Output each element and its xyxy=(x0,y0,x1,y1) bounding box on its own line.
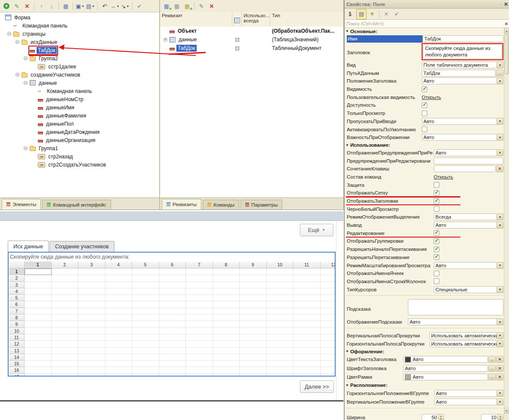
property-dropdown[interactable]: Авто xyxy=(434,222,497,229)
use-always-checkbox[interactable] xyxy=(235,38,239,42)
grid-cell[interactable] xyxy=(321,374,335,376)
grid-cell[interactable] xyxy=(159,282,186,288)
form-page-tab[interactable]: Создание участников xyxy=(49,241,114,252)
grid-cell[interactable] xyxy=(105,367,133,374)
grid-cell[interactable] xyxy=(293,354,321,361)
grid-cell[interactable] xyxy=(25,328,52,334)
grid-cell[interactable] xyxy=(240,321,267,327)
grid-corner-cell[interactable] xyxy=(9,262,25,269)
clear-value-icon[interactable]: ✕ xyxy=(496,365,503,372)
spinner-arrows-icon[interactable]: ▲ ▼ xyxy=(497,414,503,420)
grid-cell[interactable] xyxy=(159,269,186,275)
property-dropdown[interactable]: Использовать автоматически xyxy=(429,332,497,339)
grid-cell[interactable] xyxy=(132,341,159,347)
grid-cell[interactable] xyxy=(293,367,321,374)
grid-cell[interactable] xyxy=(25,374,52,376)
tree-expander-icon[interactable]: – xyxy=(24,56,28,60)
elements-tab[interactable]: Командный интерфейс xyxy=(42,200,111,210)
scrollbar-up-icon[interactable]: ▲ xyxy=(504,28,509,34)
grid-cell[interactable] xyxy=(159,308,186,315)
move-down-button[interactable]: ↓ xyxy=(47,1,56,11)
copy-attribute-button[interactable]: ▦ xyxy=(172,1,182,11)
grid-cell[interactable] xyxy=(213,354,240,361)
grid-column-header[interactable]: 5 xyxy=(132,262,159,269)
property-checkbox[interactable] xyxy=(434,271,439,276)
grid-cell[interactable] xyxy=(186,288,213,295)
grid-cell[interactable] xyxy=(105,361,133,367)
grid-cell[interactable] xyxy=(78,374,105,376)
grid-cell[interactable] xyxy=(267,295,294,301)
grid-cell[interactable] xyxy=(105,341,133,347)
grid-row-header[interactable]: 16 xyxy=(9,367,25,374)
grid-cell[interactable] xyxy=(78,328,105,334)
grid-cell[interactable] xyxy=(186,374,213,376)
grid-cell[interactable] xyxy=(52,308,79,315)
next-button[interactable]: Далее >> xyxy=(300,380,334,393)
property-checkbox[interactable] xyxy=(434,254,439,260)
section-header[interactable]: ▼Расположение: xyxy=(346,382,503,389)
property-dropdown[interactable]: Поле табличного документа xyxy=(422,62,497,68)
grid-cell[interactable] xyxy=(78,269,105,275)
grid-row-header[interactable]: 3 xyxy=(9,282,25,288)
grid-cell[interactable] xyxy=(267,348,294,354)
property-checkbox[interactable] xyxy=(434,230,439,236)
grid-cell[interactable] xyxy=(240,308,267,315)
grid-cell[interactable] xyxy=(159,321,186,327)
property-dropdown[interactable]: Авто xyxy=(434,262,497,269)
property-dropdown[interactable]: Авто xyxy=(422,77,497,84)
grid-cell[interactable] xyxy=(25,361,52,367)
grid-row-header[interactable]: 15 xyxy=(9,361,25,367)
grid-cell[interactable] xyxy=(186,308,213,315)
column-header-use-always[interactable]: Использо... всегда xyxy=(242,12,270,27)
grid-cell[interactable] xyxy=(159,275,186,281)
grid-cell[interactable] xyxy=(132,361,159,367)
grid-cell[interactable] xyxy=(132,288,159,295)
grid-cell[interactable] xyxy=(293,288,321,295)
property-multiline-input[interactable] xyxy=(408,299,503,315)
property-dropdown[interactable]: Авто xyxy=(422,118,497,125)
clear-value-icon[interactable]: ✕ xyxy=(496,374,503,380)
grid-cell[interactable] xyxy=(293,282,321,288)
open-link[interactable]: Открыть xyxy=(434,174,453,179)
grid-cell[interactable] xyxy=(267,288,294,295)
grid-cell[interactable] xyxy=(321,334,335,341)
grid-cell[interactable] xyxy=(78,354,105,361)
grid-cell[interactable] xyxy=(293,315,321,321)
dropdown-arrow-icon[interactable]: ▼ xyxy=(497,332,503,339)
grid-cell[interactable] xyxy=(240,301,267,308)
grid-cell[interactable] xyxy=(105,288,133,295)
tree-item[interactable]: данныеОрганизация xyxy=(0,136,159,144)
dropdown-arrow-icon[interactable]: ▼ xyxy=(497,222,503,229)
dropdown-arrow-icon[interactable]: ▼ xyxy=(497,340,503,347)
attribute-row[interactable]: ТабДокТабличныйДокумент xyxy=(160,44,343,52)
grid-cell[interactable] xyxy=(321,295,335,301)
grid-cell[interactable] xyxy=(186,334,213,341)
grid-cell[interactable] xyxy=(240,341,267,347)
tree-item[interactable]: ТабДок xyxy=(0,46,159,54)
grid-row-header[interactable]: 12 xyxy=(9,341,25,347)
grid-row-header[interactable]: 4 xyxy=(9,288,25,295)
grid-cell[interactable] xyxy=(52,269,79,275)
grid-column-header[interactable]: 11 xyxy=(293,262,321,269)
grid-cell[interactable] xyxy=(52,301,79,308)
grid-cell[interactable] xyxy=(321,288,335,295)
grid-row-header[interactable]: 8 xyxy=(9,315,25,321)
grid-cell[interactable] xyxy=(267,334,294,341)
dropdown-arrow-icon[interactable]: ▼ xyxy=(497,390,503,397)
property-checkbox[interactable] xyxy=(434,190,439,196)
ellipsis-button[interactable]: ... xyxy=(488,374,496,380)
reorder-button[interactable]: ↶ xyxy=(100,1,109,11)
grid-cell[interactable] xyxy=(159,295,186,301)
grid-cell[interactable] xyxy=(240,315,267,321)
grid-cell[interactable] xyxy=(186,275,213,281)
cancel-button[interactable]: ✕ xyxy=(382,9,391,19)
tree-expander-icon[interactable]: – xyxy=(15,73,19,77)
property-dropdown[interactable]: Авто xyxy=(408,318,497,325)
grid-cell[interactable] xyxy=(267,374,294,376)
add-button[interactable]: + xyxy=(2,1,11,11)
grid-cell[interactable] xyxy=(321,269,335,275)
grid-cell[interactable] xyxy=(132,301,159,308)
grid-cell[interactable] xyxy=(52,328,79,334)
grid-cell[interactable] xyxy=(52,354,79,361)
fit-size-button[interactable]: ↔▼ xyxy=(110,1,120,11)
